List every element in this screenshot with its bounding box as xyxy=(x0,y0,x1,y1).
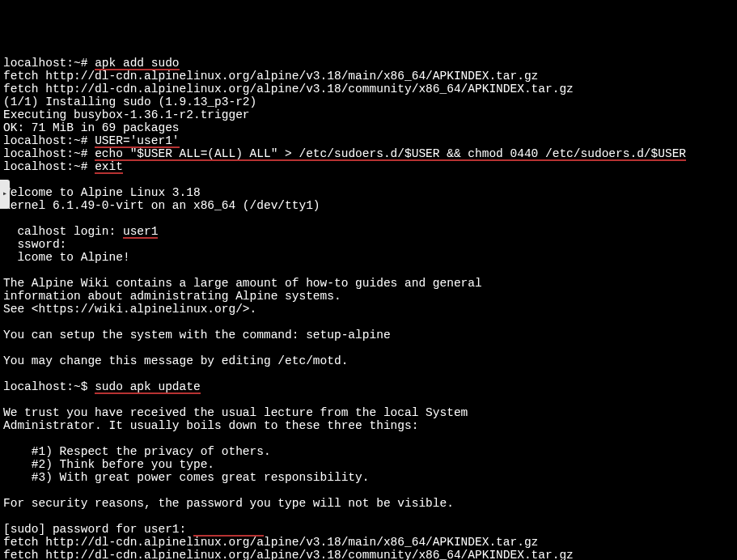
terminal-text: Executing busybox-1.36.1-r2.trigger xyxy=(3,108,250,121)
terminal-text: ssword: xyxy=(3,238,66,251)
terminal-line xyxy=(3,316,734,329)
terminal-text: information about administrating Alpine … xyxy=(3,290,341,303)
highlighted-command: exit xyxy=(95,160,123,173)
terminal-line: We trust you have received the usual lec… xyxy=(3,406,734,419)
terminal-line: #2) Think before you type. xyxy=(3,458,734,471)
terminal-line: localhost:~# echo "$USER ALL=(ALL) ALL" … xyxy=(3,147,734,160)
highlighted-command: echo "$USER ALL=(ALL) ALL" > /etc/sudoer… xyxy=(95,147,686,160)
terminal-line: #1) Respect the privacy of others. xyxy=(3,445,734,458)
terminal-line: localhost:~# USER='user1' xyxy=(3,134,734,147)
terminal-line: information about administrating Alpine … xyxy=(3,290,734,303)
terminal-line: The Alpine Wiki contains a large amount … xyxy=(3,277,734,290)
terminal-text: fetch http://dl-cdn.alpinelinux.org/alpi… xyxy=(3,536,538,549)
terminal-line xyxy=(3,510,734,523)
terminal-line: For security reasons, the password you t… xyxy=(3,497,734,510)
terminal-text: Administrator. It usually boils down to … xyxy=(3,419,418,432)
terminal-line: (1/1) Installing sudo (1.9.13_p3-r2) xyxy=(3,95,734,108)
terminal-text: calhost login: xyxy=(3,225,123,238)
terminal-line xyxy=(3,432,734,445)
terminal-line: [sudo] password for user1: xyxy=(3,523,734,536)
terminal-line: fetch http://dl-cdn.alpinelinux.org/alpi… xyxy=(3,549,734,560)
terminal-line: fetch http://dl-cdn.alpinelinux.org/alpi… xyxy=(3,70,734,83)
terminal-text: You may change this message by editing /… xyxy=(3,354,348,367)
terminal-text: (1/1) Installing sudo (1.9.13_p3-r2) xyxy=(3,95,256,108)
terminal-line: You may change this message by editing /… xyxy=(3,354,734,367)
terminal-text: #2) Think before you type. xyxy=(3,458,214,471)
terminal-line: calhost login: user1 xyxy=(3,225,734,238)
terminal-line: Executing busybox-1.36.1-r2.trigger xyxy=(3,108,734,121)
terminal-line xyxy=(3,264,734,277)
highlighted-command xyxy=(193,523,264,536)
terminal-screen[interactable]: localhost:~# apk add sudofetch http://dl… xyxy=(3,57,734,560)
terminal-line: Welcome to Alpine Linux 3.18 xyxy=(3,186,734,199)
terminal-text: localhost:~$ xyxy=(3,380,95,393)
terminal-line: fetch http://dl-cdn.alpinelinux.org/alpi… xyxy=(3,83,734,95)
terminal-text: Kernel 6.1.49-0-virt on an x86_64 (/dev/… xyxy=(3,199,320,212)
terminal-line xyxy=(3,212,734,225)
terminal-text: lcome to Alpine! xyxy=(3,251,130,264)
terminal-line: lcome to Alpine! xyxy=(3,251,734,264)
terminal-text: For security reasons, the password you t… xyxy=(3,497,454,510)
terminal-line: OK: 71 MiB in 69 packages xyxy=(3,121,734,134)
terminal-text: #3) With great power comes great respons… xyxy=(3,471,369,484)
terminal-text: We trust you have received the usual lec… xyxy=(3,406,468,419)
terminal-line: You can setup the system with the comman… xyxy=(3,329,734,342)
terminal-line: See <https://wiki.alpinelinux.org/>. xyxy=(3,303,734,316)
terminal-text: fetch http://dl-cdn.alpinelinux.org/alpi… xyxy=(3,549,574,560)
side-tab-handle[interactable]: ▸ xyxy=(0,180,10,209)
terminal-text: The Alpine Wiki contains a large amount … xyxy=(3,277,482,290)
terminal-line xyxy=(3,173,734,186)
terminal-text: Welcome to Alpine Linux 3.18 xyxy=(3,186,201,199)
terminal-line: ssword: xyxy=(3,238,734,251)
terminal-text: OK: 71 MiB in 69 packages xyxy=(3,121,180,134)
highlighted-command: apk add sudo xyxy=(95,57,179,70)
terminal-text: localhost:~# xyxy=(3,147,95,160)
terminal-text: localhost:~# xyxy=(3,134,95,147)
terminal-line: fetch http://dl-cdn.alpinelinux.org/alpi… xyxy=(3,536,734,549)
terminal-text: fetch http://dl-cdn.alpinelinux.org/alpi… xyxy=(3,83,574,95)
terminal-line: localhost:~# apk add sudo xyxy=(3,57,734,70)
terminal-line xyxy=(3,367,734,380)
highlighted-command: sudo apk update xyxy=(95,380,201,393)
terminal-text: fetch http://dl-cdn.alpinelinux.org/alpi… xyxy=(3,70,538,83)
terminal-text: You can setup the system with the comman… xyxy=(3,329,391,342)
terminal-line: #3) With great power comes great respons… xyxy=(3,471,734,484)
chevron-right-icon: ▸ xyxy=(2,188,7,201)
terminal-text: localhost:~# xyxy=(3,160,95,173)
highlighted-command: user1 xyxy=(123,225,159,238)
terminal-line xyxy=(3,342,734,354)
terminal-text: #1) Respect the privacy of others. xyxy=(3,445,271,458)
terminal-text: localhost:~# xyxy=(3,57,95,70)
terminal-line: Administrator. It usually boils down to … xyxy=(3,419,734,432)
terminal-line xyxy=(3,484,734,497)
terminal-line xyxy=(3,393,734,406)
highlighted-command: USER='user1' xyxy=(95,134,179,147)
terminal-line: localhost:~$ sudo apk update xyxy=(3,380,734,393)
terminal-line: localhost:~# exit xyxy=(3,160,734,173)
terminal-text: [sudo] password for user1: xyxy=(3,523,193,536)
terminal-line: Kernel 6.1.49-0-virt on an x86_64 (/dev/… xyxy=(3,199,734,212)
terminal-text: See <https://wiki.alpinelinux.org/>. xyxy=(3,303,256,316)
